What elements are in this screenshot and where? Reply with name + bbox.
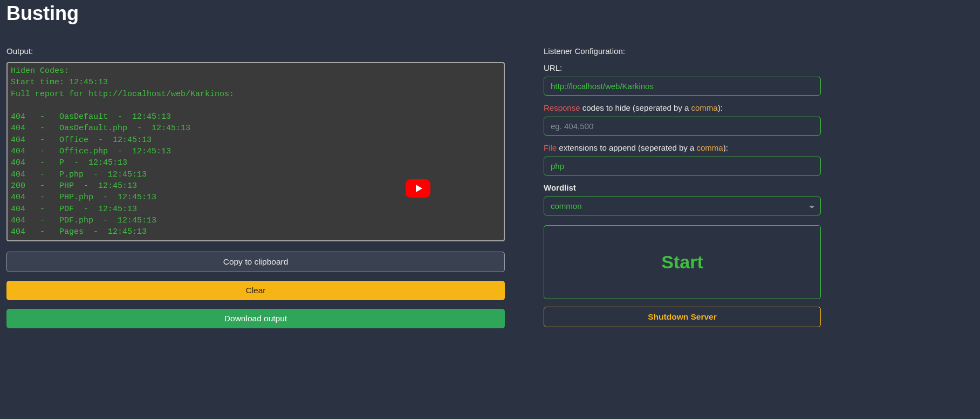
comma-accent-2: comma (697, 143, 723, 152)
wordlist-select[interactable]: common (544, 197, 821, 215)
copy-to-clipboard-button[interactable]: Copy to clipboard (6, 252, 505, 272)
clear-button[interactable]: Clear (6, 281, 505, 300)
play-icon[interactable] (406, 179, 430, 198)
page-title: Busting (0, 0, 980, 46)
response-accent: Response (544, 103, 580, 112)
output-label: Output: (6, 46, 505, 56)
file-extensions-label: File extensions to append (seperated by … (544, 143, 821, 152)
wordlist-label: Wordlist (544, 183, 821, 192)
file-extensions-input[interactable] (544, 157, 821, 175)
file-accent: File (544, 143, 557, 152)
listener-config-label: Listener Configuration: (544, 46, 821, 56)
response-codes-input[interactable] (544, 117, 821, 136)
output-textarea[interactable] (6, 62, 505, 241)
url-label: URL: (544, 63, 821, 72)
comma-accent: comma (691, 103, 718, 112)
download-output-button[interactable]: Download output (6, 309, 505, 328)
listener-config-panel: Listener Configuration: URL: Response co… (544, 46, 821, 328)
url-input[interactable] (544, 77, 821, 96)
shutdown-server-button[interactable]: Shutdown Server (544, 307, 821, 327)
play-triangle-icon (416, 185, 422, 192)
start-button[interactable]: Start (544, 225, 821, 299)
response-codes-label: Response codes to hide (seperated by a c… (544, 103, 821, 112)
